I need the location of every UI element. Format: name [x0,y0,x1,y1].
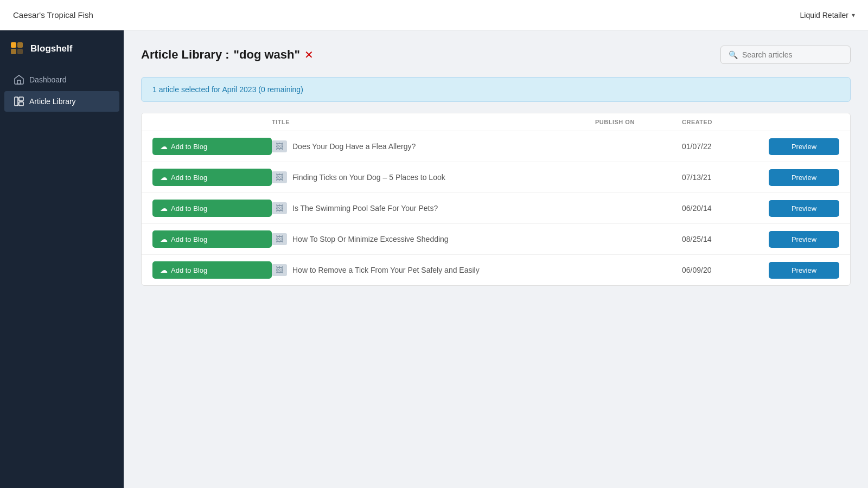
search-term: "dog wash" [234,48,300,62]
preview-button[interactable]: Preview [769,169,839,186]
svg-rect-6 [19,97,23,101]
upload-icon: ☁ [160,204,168,213]
svg-rect-2 [11,49,16,54]
preview-label: Preview [792,204,816,213]
account-name: Liquid Retailer [800,11,849,20]
page-title: Article Library : "dog wash" ✕ [141,48,314,62]
article-thumbnail: 🖼 [272,202,287,214]
info-banner-text: 1 article selected for April 2023 (0 rem… [152,85,303,94]
image-icon: 🖼 [276,142,283,151]
preview-button[interactable]: Preview [769,262,839,279]
sidebar-navigation: Dashboard Article Library [0,69,124,112]
article-thumbnail: 🖼 [272,233,287,245]
article-thumbnail: 🖼 [272,264,287,276]
image-icon: 🖼 [276,235,283,243]
sidebar-item-dashboard[interactable]: Dashboard [4,69,119,90]
preview-button[interactable]: Preview [769,231,839,248]
svg-rect-5 [15,97,18,106]
svg-rect-7 [19,102,23,106]
article-info: 🖼 How to Remove a Tick From Your Pet Saf… [272,264,595,276]
article-info: 🖼 Is The Swimming Pool Safe For Your Pet… [272,202,595,214]
article-title: Finding Ticks on Your Dog – 5 Places to … [292,173,445,182]
article-title: How to Remove a Tick From Your Pet Safel… [292,266,480,274]
article-title: Does Your Dog Have a Flea Allergy? [292,142,416,151]
clear-search-button[interactable]: ✕ [304,48,314,61]
add-to-blog-button[interactable]: ☁ Add to Blog [152,230,272,248]
svg-rect-0 [11,42,16,48]
page-header: Article Library : "dog wash" ✕ 🔍 [141,46,851,64]
add-to-blog-label: Add to Blog [171,174,207,182]
table-row: ☁ Add to Blog 🖼 How To Stop Or Minimize … [142,224,850,255]
logo-text: Blogshelf [30,43,72,54]
sidebar-item-article-library[interactable]: Article Library [4,91,119,112]
article-info: 🖼 Does Your Dog Have a Flea Allergy? [272,140,595,152]
account-selector[interactable]: Liquid Retailer ▾ [800,11,856,20]
search-input[interactable] [742,50,843,59]
sidebar: Blogshelf Dashboard Article Library [0,30,124,488]
upload-icon: ☁ [160,142,168,151]
article-title: How To Stop Or Minimize Excessive Sheddi… [292,235,449,243]
add-to-blog-label: Add to Blog [171,235,207,243]
title-prefix: Article Library : [141,48,229,62]
created-date: 08/25/14 [682,235,769,243]
table-row: ☁ Add to Blog 🖼 How to Remove a Tick Fro… [142,255,850,285]
add-to-blog-label: Add to Blog [171,266,207,274]
search-icon: 🔍 [729,50,738,59]
sidebar-item-label: Article Library [29,97,76,106]
preview-label: Preview [792,235,816,243]
created-date: 07/13/21 [682,173,769,182]
add-to-blog-button[interactable]: ☁ Add to Blog [152,200,272,217]
svg-rect-4 [17,80,21,84]
image-icon: 🖼 [276,173,283,182]
table-row: ☁ Add to Blog 🖼 Does Your Dog Have a Fle… [142,131,850,162]
preview-button[interactable]: Preview [769,138,839,155]
table-row: ☁ Add to Blog 🖼 Finding Ticks on Your Do… [142,162,850,193]
preview-label: Preview [792,143,816,151]
created-date: 01/07/22 [682,142,769,151]
col-publish-on: PUBLISH ON [595,119,682,125]
image-icon: 🖼 [276,204,283,213]
logo: Blogshelf [0,41,124,69]
article-thumbnail: 🖼 [272,140,287,152]
preview-button[interactable]: Preview [769,200,839,217]
image-icon: 🖼 [276,266,283,274]
table-row: ☁ Add to Blog 🖼 Is The Swimming Pool Saf… [142,193,850,224]
article-info: 🖼 How To Stop Or Minimize Excessive Shed… [272,233,595,245]
add-to-blog-label: Add to Blog [171,143,207,151]
col-title: TITLE [272,119,595,125]
preview-label: Preview [792,266,816,274]
add-to-blog-button[interactable]: ☁ Add to Blog [152,261,272,279]
info-banner: 1 article selected for April 2023 (0 rem… [141,77,851,102]
article-library-icon [14,97,24,106]
articles-table: TITLE PUBLISH ON CREATED ☁ Add to Blog 🖼… [141,113,851,286]
add-to-blog-button[interactable]: ☁ Add to Blog [152,169,272,186]
article-title: Is The Swimming Pool Safe For Your Pets? [292,204,438,213]
col-created: CREATED [682,119,769,125]
svg-rect-1 [17,42,23,48]
upload-icon: ☁ [160,266,168,274]
chevron-down-icon: ▾ [852,11,855,19]
article-thumbnail: 🖼 [272,171,287,183]
preview-label: Preview [792,174,816,182]
upload-icon: ☁ [160,173,168,182]
top-bar: Caesar's Tropical Fish Liquid Retailer ▾ [0,0,868,30]
main-content: Article Library : "dog wash" ✕ 🔍 1 artic… [124,30,868,488]
created-date: 06/09/20 [682,266,769,274]
search-box[interactable]: 🔍 [720,46,851,64]
table-header: TITLE PUBLISH ON CREATED [142,113,850,131]
upload-icon: ☁ [160,235,168,243]
col-preview [769,119,839,125]
store-name: Caesar's Tropical Fish [13,10,93,20]
svg-rect-3 [17,49,23,54]
col-action [152,119,272,125]
created-date: 06/20/14 [682,204,769,213]
logo-icon [10,41,25,56]
add-to-blog-label: Add to Blog [171,204,207,213]
article-info: 🖼 Finding Ticks on Your Dog – 5 Places t… [272,171,595,183]
add-to-blog-button[interactable]: ☁ Add to Blog [152,138,272,155]
sidebar-item-label: Dashboard [29,75,67,84]
home-icon [14,75,24,85]
